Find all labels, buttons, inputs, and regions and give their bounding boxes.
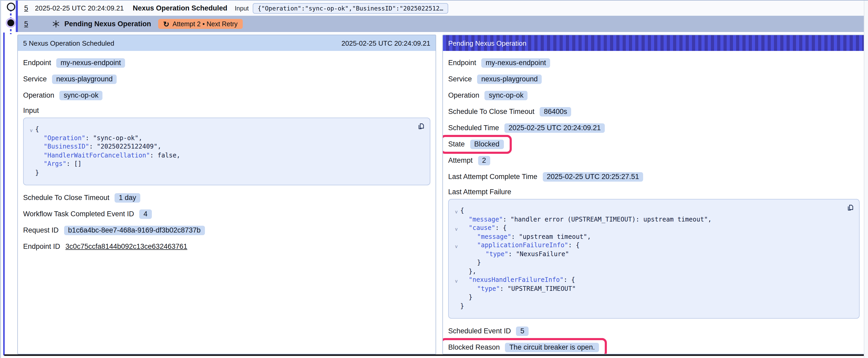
event-time: 2025-02-25 UTC 20:24:09.21 [35, 4, 124, 12]
code-line: }, [453, 267, 841, 275]
pending-operation-detail-card: Pending Nexus Operation Endpointmy-nexus… [442, 35, 865, 354]
event-detail-card-time: 2025-02-25 UTC 20:24:09.21 [342, 39, 430, 47]
code-line: "message": "upstream timeout", [453, 232, 841, 241]
field-row-request-id: Request IDb1c6a4bc-8ee7-468a-9169-df3b02… [23, 225, 430, 235]
pending-title: Pending Nexus Operation [64, 20, 151, 28]
field-value-badge: nexus-playground [52, 74, 117, 84]
code-text: } [460, 258, 481, 267]
field-value-badge: sync-op-ok [485, 91, 528, 100]
field-label: Service [23, 75, 47, 83]
code-text: { [35, 125, 39, 134]
endpoint-id-link[interactable]: 3c0c75ccfa8144b092c13ce632463761 [65, 242, 187, 250]
code-gutter [453, 294, 460, 303]
code-line: "Args": [] [27, 160, 412, 168]
timeline-dot-current-icon [7, 20, 14, 26]
field-label: Endpoint [448, 59, 476, 67]
field-value-badge: The circuit breaker is open. [505, 343, 599, 352]
event-row-nexus-operation-scheduled[interactable]: 5 2025-02-25 UTC 20:24:09.21 Nexus Opera… [18, 1, 865, 16]
code-line: v"cause": { [453, 224, 841, 232]
event-group-accent-bar [16, 1, 18, 32]
code-text: "type": "NexusFailure" [460, 250, 569, 258]
collapse-chevron-icon[interactable]: v [27, 126, 35, 135]
field-label: Request ID [23, 226, 59, 234]
attempt-retry-badge: ↻ Attempt 2 • Next Retry [158, 19, 243, 29]
copy-icon[interactable] [417, 122, 425, 131]
code-line: } [453, 258, 841, 267]
field-value-badge: nexus-playground [477, 74, 542, 84]
field-label: Last Attempt Complete Time [448, 173, 537, 181]
field-label: Schedule To Close Timeout [448, 108, 534, 116]
field-label: Service [448, 75, 472, 83]
failure-json-viewer: v{"message": "handler error (UPSTREAM_TI… [448, 199, 860, 319]
pending-nexus-operation-row[interactable]: 5 Pending Nexus Operation ↻ Attempt 2 • … [18, 16, 865, 32]
field-row-state: StateBlocked [448, 139, 860, 149]
code-gutter [453, 260, 460, 268]
event-input-preview-chip[interactable]: {"Operation":"sync-op-ok","BusinessID":"… [253, 3, 448, 13]
event-detail-card-title: 5 Nexus Operation Scheduled [23, 39, 114, 47]
field-label: Attempt [448, 156, 473, 164]
field-row-schedule-to-close-timeout: Schedule To Close Timeout86400s [448, 106, 860, 117]
event-id-link[interactable]: 5 [24, 4, 28, 12]
code-gutter [453, 251, 460, 260]
code-text: "nexusHandlerFailureInfo": { [460, 275, 575, 284]
code-line: } [27, 168, 412, 177]
expanded-detail-accent-bar [3, 33, 5, 355]
field-label: Endpoint [23, 59, 51, 67]
collapse-chevron-icon[interactable]: v [453, 242, 460, 251]
field-value-badge: b1c6a4bc-8ee7-468a-9169-df3b02c8737b [64, 225, 205, 235]
code-line: } [453, 301, 841, 310]
field-row-schedule-to-close-timeout: Schedule To Close Timeout1 day [23, 193, 430, 203]
pending-card-header: Pending Nexus Operation [443, 35, 865, 51]
field-row-workflow-task-completed-event-id: Workflow Task Completed Event ID4 [23, 209, 430, 219]
field-label: Scheduled Time [448, 124, 499, 132]
retry-refresh-icon: ↻ [163, 21, 169, 27]
code-gutter [453, 303, 460, 312]
code-text: }, [460, 267, 476, 275]
code-gutter [453, 268, 460, 277]
field-value-badge: 86400s [539, 107, 571, 116]
scrollbar-track[interactable] [864, 1, 868, 358]
pending-asterisk-icon [52, 20, 60, 28]
field-row-service: Servicenexus-playground [448, 74, 860, 84]
code-gutter [453, 286, 460, 294]
code-text: } [460, 301, 464, 310]
code-line: "HandlerWaitForCancellation": false, [27, 151, 412, 160]
field-row-blocked-reason: Blocked ReasonThe circuit breaker is ope… [448, 342, 860, 352]
code-line: "message": "handler error (UPSTREAM_TIME… [453, 215, 841, 224]
code-line: } [453, 293, 841, 301]
code-text: "message": "upstream timeout", [460, 232, 591, 241]
field-row-last-attempt-complete-time: Last Attempt Complete Time2025-02-25 UTC… [448, 172, 860, 182]
code-gutter [27, 161, 35, 169]
code-line: "type": "UPSTREAM_TIMEOUT" [453, 284, 841, 293]
field-value-badge: my-nexus-endpoint [57, 58, 125, 67]
field-row-endpoint-id: Endpoint ID3c0c75ccfa8144b092c13ce632463… [23, 241, 430, 252]
field-row-operation: Operationsync-op-ok [448, 90, 860, 100]
field-row-scheduled-event-id: Scheduled Event ID5 [448, 326, 860, 336]
code-line: "BusinessID": "20250225122409", [27, 142, 412, 151]
code-text: "type": "UPSTREAM_TIMEOUT" [460, 284, 576, 293]
field-label: Endpoint ID [23, 242, 60, 250]
field-value-badge: 2025-02-25 UTC 20:25:27.51 [542, 172, 643, 182]
code-gutter [27, 143, 35, 152]
field-value-badge: 2025-02-25 UTC 20:24:09.21 [504, 123, 605, 133]
field-row-attempt: Attempt2 [448, 155, 860, 165]
field-value-badge: 5 [516, 326, 529, 336]
field-row-operation: Operationsync-op-ok [23, 90, 430, 100]
search-highlight-box: StateBlocked [442, 135, 512, 154]
code-text: { [460, 206, 464, 215]
code-text: } [460, 293, 472, 301]
field-label: State [448, 140, 465, 148]
field-row-service: Servicenexus-playground [23, 74, 430, 84]
attempt-retry-badge-label: Attempt 2 • Next Retry [173, 20, 238, 28]
code-line: v{ [453, 206, 841, 215]
failure-section-label: Last Attempt Failure [448, 188, 860, 196]
collapse-chevron-icon[interactable]: v [453, 277, 460, 286]
input-json-viewer: v{"Operation": "sync-op-ok","BusinessID"… [23, 118, 430, 185]
timeline-dot-open-icon [7, 3, 15, 11]
collapse-chevron-icon[interactable]: v [453, 225, 460, 234]
copy-icon[interactable] [846, 204, 854, 212]
code-text: "message": "handler error (UPSTREAM_TIME… [460, 215, 712, 224]
collapse-chevron-icon[interactable]: v [453, 207, 460, 216]
pending-event-id-link[interactable]: 5 [24, 20, 28, 28]
input-section-label: Input [23, 106, 430, 115]
